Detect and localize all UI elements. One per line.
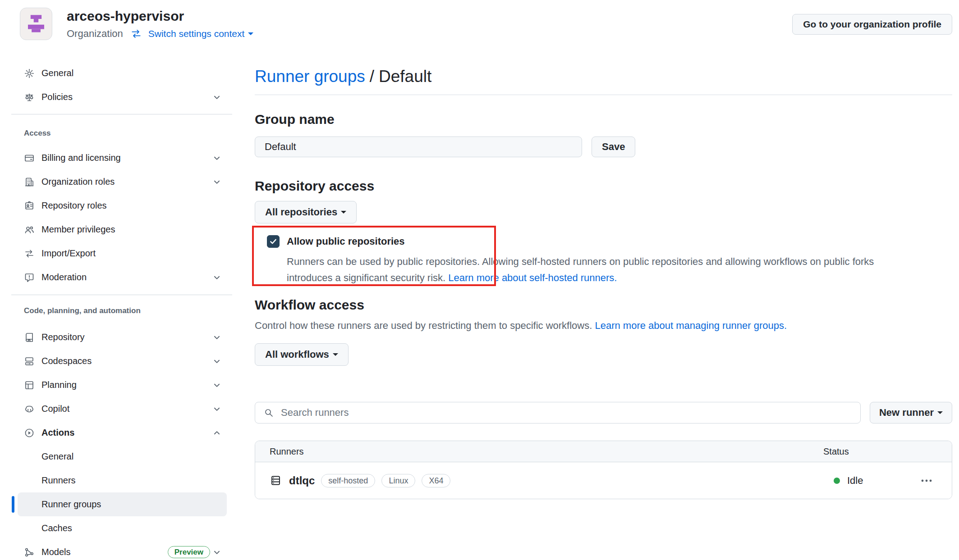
- chevron-down-icon: [213, 154, 221, 162]
- workflow-access-heading: Workflow access: [255, 297, 952, 313]
- repository-access-heading: Repository access: [255, 178, 952, 194]
- chevron-down-icon: [213, 93, 221, 101]
- title-divider: [255, 95, 952, 95]
- arrow-switch-icon: [24, 248, 35, 259]
- runner-name: dtlqc: [289, 474, 315, 487]
- runners-table: Runners Status dtlqc self-hosted Linux X…: [255, 441, 952, 499]
- table-icon: [24, 380, 35, 391]
- sidebar-item-member-privileges[interactable]: Member privileges: [18, 218, 227, 241]
- settings-sidebar: General Policies Access Billing and lice…: [0, 61, 232, 560]
- workflow-icon: [24, 547, 35, 558]
- all-repositories-dropdown[interactable]: All repositories: [255, 201, 357, 223]
- sidebar-item-repository-roles[interactable]: Repository roles: [18, 194, 227, 218]
- runner-groups-breadcrumb-link[interactable]: Runner groups: [255, 67, 365, 86]
- sidebar-item-models[interactable]: Models Preview: [18, 540, 227, 560]
- sidebar-divider: [11, 295, 232, 295]
- id-badge-icon: [24, 200, 35, 211]
- org-name: arceos-hypervisor: [67, 8, 184, 24]
- copilot-icon: [24, 404, 35, 414]
- save-button[interactable]: Save: [592, 137, 635, 157]
- arceos-logo-icon: [23, 11, 49, 37]
- breadcrumb-separator: /: [370, 67, 374, 86]
- chevron-down-icon: [213, 273, 221, 282]
- sidebar-divider: [11, 114, 232, 114]
- page-title: Runner groups/Default: [255, 67, 952, 87]
- sidebar-item-general[interactable]: General: [18, 61, 227, 85]
- runners-column-header: Runners: [270, 446, 304, 457]
- sidebar-item-billing-and-licensing[interactable]: Billing and licensing: [18, 146, 227, 170]
- group-name-input[interactable]: [255, 137, 582, 157]
- runners-table-header: Runners Status: [255, 441, 952, 462]
- allow-public-repositories-description: Runners can be used by public repositori…: [287, 254, 952, 286]
- learn-more-self-hosted-runners-link[interactable]: Learn more about self-hosted runners.: [448, 272, 617, 283]
- chevron-down-icon: [937, 411, 943, 417]
- runner-label-self-hosted: self-hosted: [321, 474, 375, 487]
- check-icon: [269, 237, 277, 246]
- group-name-heading: Group name: [255, 111, 952, 127]
- sidebar-item-codespaces[interactable]: Codespaces: [18, 349, 227, 373]
- chevron-down-icon: [248, 32, 253, 38]
- repo-icon: [24, 332, 35, 343]
- sidebar-item-organization-roles[interactable]: Organization roles: [18, 170, 227, 194]
- gear-icon: [24, 68, 35, 79]
- sidebar-item-planning[interactable]: Planning: [18, 373, 227, 397]
- runner-row: dtlqc self-hosted Linux X64 Idle: [255, 462, 952, 499]
- organization-icon: [24, 177, 35, 187]
- all-workflows-dropdown[interactable]: All workflows: [255, 343, 349, 366]
- sidebar-item-actions-runner-groups[interactable]: Runner groups: [18, 492, 227, 516]
- switch-settings-context-link[interactable]: Switch settings context: [148, 28, 254, 39]
- chevron-down-icon: [213, 548, 221, 556]
- sidebar-section-code-planning-automation: Code, planning, and automation: [24, 302, 232, 320]
- main-content: Runner groups/Default Group name Save Re…: [255, 0, 952, 499]
- chevron-down-icon: [213, 178, 221, 186]
- chevron-down-icon: [213, 357, 221, 365]
- search-icon: [263, 407, 274, 418]
- runner-label-linux: Linux: [381, 474, 415, 487]
- report-icon: [24, 272, 35, 283]
- sidebar-item-policies[interactable]: Policies: [18, 85, 227, 109]
- workflow-access-description: Control how these runners are used by re…: [255, 319, 952, 332]
- chevron-down-icon: [213, 381, 221, 389]
- kebab-icon: [920, 478, 933, 483]
- sidebar-item-actions-runners[interactable]: Runners: [18, 469, 227, 492]
- status-dot-icon: [834, 478, 840, 484]
- search-runners-input[interactable]: [255, 402, 861, 423]
- status-column-header: Status: [823, 446, 849, 457]
- sidebar-item-import-export[interactable]: Import/Export: [18, 241, 227, 265]
- sidebar-item-actions[interactable]: Actions: [18, 421, 227, 445]
- sidebar-section-access: Access: [24, 124, 232, 142]
- chevron-down-icon: [213, 405, 221, 413]
- sidebar-item-copilot[interactable]: Copilot: [18, 397, 227, 421]
- law-icon: [24, 92, 35, 103]
- allow-public-repositories-label[interactable]: Allow public repositories: [287, 236, 405, 247]
- allow-public-repositories-checkbox[interactable]: [267, 235, 280, 248]
- chevron-down-icon: [213, 333, 221, 341]
- runner-options-kebab-button[interactable]: [918, 476, 936, 486]
- play-icon: [24, 428, 35, 438]
- codespaces-icon: [24, 356, 35, 367]
- new-runner-button[interactable]: New runner: [870, 402, 952, 423]
- sidebar-item-actions-caches[interactable]: Caches: [18, 516, 227, 540]
- people-icon: [24, 224, 35, 235]
- breadcrumb-current: Default: [379, 67, 431, 86]
- chevron-down-icon: [341, 211, 346, 216]
- sidebar-item-actions-general[interactable]: General: [18, 445, 227, 469]
- sidebar-item-repository[interactable]: Repository: [18, 325, 227, 349]
- org-type-label: Organization: [67, 28, 123, 40]
- org-avatar: [20, 8, 52, 40]
- runner-status: Idle: [834, 475, 863, 487]
- runner-label-x64: X64: [422, 474, 450, 487]
- arrow-switch-icon: [130, 28, 142, 40]
- chevron-down-icon: [333, 353, 338, 359]
- learn-more-managing-runner-groups-link[interactable]: Learn more about managing runner groups.: [595, 320, 787, 331]
- chevron-up-icon: [213, 429, 221, 437]
- server-icon: [270, 474, 282, 487]
- preview-badge: Preview: [168, 546, 210, 558]
- sidebar-item-moderation[interactable]: Moderation: [18, 265, 227, 289]
- credit-card-icon: [24, 153, 35, 164]
